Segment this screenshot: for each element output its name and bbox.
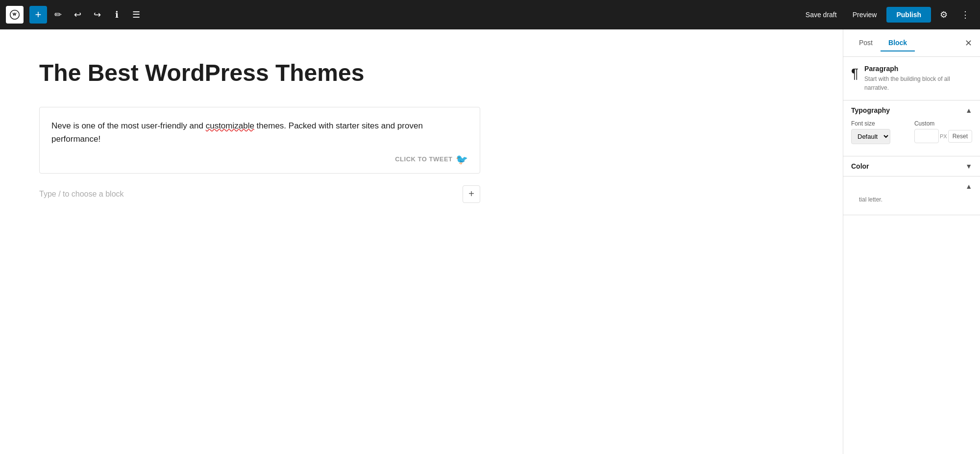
customizable-word: customizable <box>206 121 254 130</box>
toolbar: + ✏ ↩ ↪ ℹ ☰ Save draft Preview Publish ⚙… <box>0 0 980 29</box>
typography-section-body: Font size Default Custom PX Reset <box>843 120 980 156</box>
preview-button[interactable]: Preview <box>847 8 883 22</box>
editor-area[interactable]: The Best WordPress Themes Neve is one of… <box>0 29 843 454</box>
block-title: Paragraph <box>864 65 972 73</box>
settings-button[interactable]: ⚙ <box>935 6 953 24</box>
reset-font-size-button[interactable]: Reset <box>948 130 972 143</box>
color-label: Color <box>851 162 869 170</box>
edit-mode-button[interactable]: ✏ <box>49 6 67 24</box>
sidebar-tabs: Post Block ✕ <box>843 29 980 57</box>
sidebar-tab-group: Post Block <box>851 35 915 51</box>
paragraph-icon: ¶ <box>851 66 858 81</box>
add-block-inline-button[interactable]: + <box>463 185 480 203</box>
sidebar: Post Block ✕ ¶ Paragraph Start with the … <box>843 29 980 454</box>
tweet-block[interactable]: Neve is one of the most user-friendly an… <box>39 107 480 174</box>
typography-section-header[interactable]: Typography ▲ <box>843 101 980 120</box>
main-layout: The Best WordPress Themes Neve is one of… <box>0 29 980 454</box>
custom-font-size-group: Custom PX Reset <box>914 120 972 143</box>
color-chevron-icon: ▼ <box>965 162 972 170</box>
twitter-bird-icon: 🐦 <box>456 153 468 165</box>
advanced-section-body: tial letter. <box>843 196 980 215</box>
block-description: Start with the building block of all nar… <box>864 75 972 92</box>
click-to-tweet-label: CLICK TO TWEET <box>395 155 452 163</box>
font-size-select[interactable]: Default <box>851 129 890 144</box>
advanced-section-header[interactable]: ▲ <box>843 177 980 196</box>
advanced-chevron-icon: ▲ <box>965 182 972 190</box>
more-options-button[interactable]: ⋮ <box>956 6 974 24</box>
undo-button[interactable]: ↩ <box>69 6 86 24</box>
font-size-label: Font size <box>851 120 908 127</box>
wp-logo <box>6 6 24 24</box>
custom-font-size-input[interactable] <box>914 129 939 143</box>
color-section-header[interactable]: Color ▼ <box>843 156 980 176</box>
font-size-group: Font size Default <box>851 120 908 144</box>
tweet-cta[interactable]: CLICK TO TWEET 🐦 <box>51 153 468 165</box>
block-info: ¶ Paragraph Start with the building bloc… <box>843 57 980 101</box>
publish-button[interactable]: Publish <box>886 7 931 23</box>
save-draft-button[interactable]: Save draft <box>800 8 843 22</box>
typography-section: Typography ▲ Font size Default Custom <box>843 101 980 156</box>
info-button[interactable]: ℹ <box>108 6 125 24</box>
advanced-section: ▲ tial letter. <box>843 177 980 215</box>
redo-button[interactable]: ↪ <box>88 6 106 24</box>
typography-label: Typography <box>851 106 890 114</box>
block-info-text: Paragraph Start with the building block … <box>864 65 972 92</box>
tweet-block-text: Neve is one of the most user-friendly an… <box>51 119 468 146</box>
tab-post[interactable]: Post <box>851 35 881 51</box>
type-block-placeholder: Type / to choose a block <box>39 190 124 199</box>
typography-chevron-icon: ▲ <box>965 106 972 114</box>
sidebar-close-button[interactable]: ✕ <box>965 38 972 49</box>
type-block[interactable]: Type / to choose a block + <box>39 185 480 203</box>
partial-text: tial letter. <box>851 196 972 207</box>
tab-block[interactable]: Block <box>881 35 915 51</box>
color-section: Color ▼ <box>843 156 980 177</box>
post-title[interactable]: The Best WordPress Themes <box>39 59 804 87</box>
add-block-toolbar-button[interactable]: + <box>29 6 47 24</box>
custom-label: Custom <box>914 120 972 127</box>
px-label: PX <box>940 133 947 139</box>
toolbar-right: Save draft Preview Publish ⚙ ⋮ <box>800 6 974 24</box>
tools-button[interactable]: ☰ <box>127 6 145 24</box>
